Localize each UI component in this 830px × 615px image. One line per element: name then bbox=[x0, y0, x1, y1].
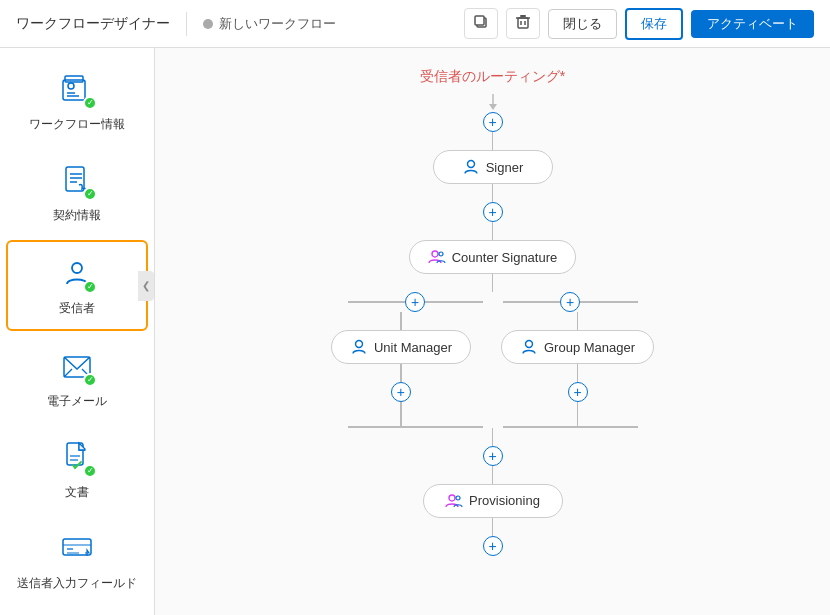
flow-container: 受信者のルーティング* + bbox=[243, 68, 743, 556]
sidebar-item-email[interactable]: 電子メール bbox=[8, 335, 146, 422]
sidebar-item-sender-field[interactable]: 送信者入力フィールド bbox=[8, 517, 146, 604]
counter-signature-label: Counter Signature bbox=[452, 250, 558, 265]
required-marker: * bbox=[560, 68, 565, 84]
sidebar-item-contract-info[interactable]: 契約情報 bbox=[8, 149, 146, 236]
sidebar-item-recipient[interactable]: 受信者 bbox=[6, 240, 148, 331]
svg-point-30 bbox=[467, 161, 474, 168]
copy-button[interactable] bbox=[464, 8, 498, 39]
close-button[interactable]: 閉じる bbox=[548, 9, 617, 39]
signer-node[interactable]: Signer bbox=[433, 150, 553, 184]
sidebar-item-workflow-info-label: ワークフロー情報 bbox=[29, 116, 125, 133]
hline-mid-right bbox=[503, 301, 561, 303]
vline-left-bot2 bbox=[400, 402, 402, 426]
svg-rect-12 bbox=[66, 167, 84, 191]
svg-rect-7 bbox=[65, 76, 83, 82]
plus-button-right[interactable]: + bbox=[560, 292, 580, 312]
app-title: ワークフローデザイナー bbox=[16, 15, 170, 33]
main-layout: ワークフロー情報 契約情報 bbox=[0, 48, 830, 615]
plus-button-1[interactable]: + bbox=[483, 112, 503, 132]
vline-7 bbox=[492, 518, 494, 536]
vline-4 bbox=[492, 274, 494, 292]
workflow-info-check bbox=[83, 96, 97, 110]
left-branch: Unit Manager + bbox=[331, 312, 471, 426]
sidebar-item-document[interactable]: 文書 bbox=[8, 426, 146, 513]
workflow-name: 新しいワークフロー bbox=[219, 15, 336, 33]
branch-split-row: + + bbox=[348, 292, 638, 312]
vline-1 bbox=[492, 132, 494, 150]
counter-signature-node[interactable]: Counter Signature bbox=[409, 240, 577, 274]
delete-button[interactable] bbox=[506, 8, 540, 39]
group-manager-label: Group Manager bbox=[544, 340, 635, 355]
svg-rect-8 bbox=[63, 80, 85, 100]
plus-button-2[interactable]: + bbox=[483, 202, 503, 222]
vline-right-bot bbox=[577, 364, 579, 382]
document-check bbox=[83, 464, 97, 478]
vline-right-top bbox=[577, 312, 579, 330]
contract-info-check bbox=[83, 187, 97, 201]
svg-point-31 bbox=[432, 251, 438, 257]
svg-rect-2 bbox=[518, 18, 528, 28]
svg-point-32 bbox=[439, 252, 443, 256]
svg-point-16 bbox=[72, 263, 82, 273]
plus-button-right-bot[interactable]: + bbox=[568, 382, 588, 402]
hline-left bbox=[348, 301, 406, 303]
branch-nodes-row: Unit Manager + bbox=[243, 312, 743, 426]
workflow-status-dot bbox=[203, 19, 213, 29]
sidebar-item-contract-info-label: 契約情報 bbox=[53, 207, 101, 224]
sender-field-icon-wrapper bbox=[57, 529, 97, 569]
signer-icon bbox=[462, 158, 480, 176]
recipient-check bbox=[83, 280, 97, 294]
workflow-info-icon-wrapper bbox=[57, 70, 97, 110]
hline-merge-right bbox=[503, 426, 638, 428]
sidebar: ワークフロー情報 契約情報 bbox=[0, 48, 155, 615]
header-divider bbox=[186, 12, 187, 36]
flow-start bbox=[487, 94, 499, 112]
counter-signature-icon bbox=[428, 248, 446, 266]
svg-point-36 bbox=[456, 496, 460, 500]
unit-manager-label: Unit Manager bbox=[374, 340, 452, 355]
vline-right-bot2 bbox=[577, 402, 579, 426]
sidebar-item-recipient-label: 受信者 bbox=[59, 300, 95, 317]
group-manager-node[interactable]: Group Manager bbox=[501, 330, 654, 364]
email-check bbox=[83, 373, 97, 387]
svg-rect-1 bbox=[475, 16, 484, 25]
unit-manager-icon bbox=[350, 338, 368, 356]
routing-title: 受信者のルーティング* bbox=[243, 68, 743, 86]
activate-button[interactable]: アクティベート bbox=[691, 10, 814, 38]
app-header: ワークフローデザイナー 新しいワークフロー 閉じる 保存 アクティベート bbox=[0, 0, 830, 48]
contract-info-icon-wrapper bbox=[57, 161, 97, 201]
provisioning-label: Provisioning bbox=[469, 493, 540, 508]
plus-button-5[interactable]: + bbox=[483, 446, 503, 466]
recipient-icon-wrapper bbox=[57, 254, 97, 294]
vline-2 bbox=[492, 184, 494, 202]
vline-left-bot bbox=[400, 364, 402, 382]
plus-button-left-bot[interactable]: + bbox=[391, 382, 411, 402]
sidebar-item-email-label: 電子メール bbox=[47, 393, 107, 410]
branch-container: + + bbox=[243, 292, 743, 428]
vline-left-top bbox=[400, 312, 402, 330]
flow-diagram: + Signer + bbox=[243, 94, 743, 556]
sidebar-item-document-label: 文書 bbox=[65, 484, 89, 501]
vline-3 bbox=[492, 222, 494, 240]
vline-5 bbox=[492, 428, 494, 446]
document-icon-wrapper bbox=[57, 438, 97, 478]
signer-label: Signer bbox=[486, 160, 524, 175]
provisioning-node[interactable]: Provisioning bbox=[423, 484, 563, 518]
svg-point-9 bbox=[68, 83, 74, 89]
sidebar-item-workflow-info[interactable]: ワークフロー情報 bbox=[8, 58, 146, 145]
svg-point-33 bbox=[355, 341, 362, 348]
unit-manager-node[interactable]: Unit Manager bbox=[331, 330, 471, 364]
hline-merge-left bbox=[348, 426, 483, 428]
save-button[interactable]: 保存 bbox=[625, 8, 683, 40]
provisioning-icon bbox=[445, 492, 463, 510]
canvas: 受信者のルーティング* + bbox=[155, 48, 830, 615]
hline-right bbox=[580, 301, 638, 303]
header-actions: 閉じる 保存 アクティベート bbox=[464, 8, 814, 40]
svg-line-18 bbox=[64, 369, 72, 377]
plus-button-left[interactable]: + bbox=[405, 292, 425, 312]
email-icon-wrapper bbox=[57, 347, 97, 387]
sidebar-chevron[interactable] bbox=[138, 271, 154, 301]
plus-button-6[interactable]: + bbox=[483, 536, 503, 556]
vline-6 bbox=[492, 466, 494, 484]
svg-point-35 bbox=[449, 495, 455, 501]
